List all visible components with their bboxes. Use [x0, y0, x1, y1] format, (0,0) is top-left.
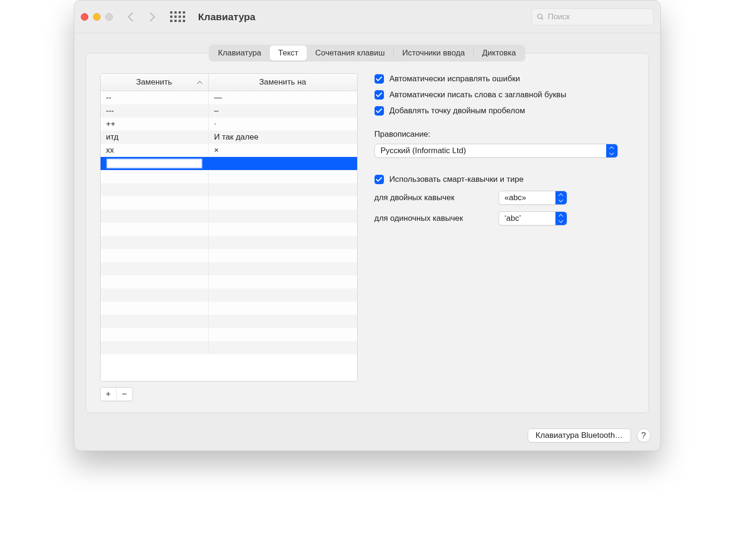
back-button[interactable] [126, 9, 139, 25]
table-row-empty [101, 196, 357, 210]
window-title: Клавиатура [198, 11, 256, 23]
text-panel: Заменить Заменить на -- — --- [86, 53, 649, 413]
replacements-column: Заменить Заменить на -- — --- [100, 73, 358, 401]
spelling-label: Правописание: [375, 130, 634, 139]
table-row-empty [101, 288, 357, 302]
smart-quotes-checkbox[interactable] [375, 175, 384, 184]
table-row-empty [101, 249, 357, 262]
double-quotes-select[interactable]: «abc» [499, 191, 567, 205]
table-row-empty [101, 262, 357, 275]
window-traffic-lights [81, 13, 113, 21]
table-body[interactable]: -- — --- – ++ · итд И та [101, 91, 357, 381]
zoom-window-button[interactable] [105, 13, 113, 21]
toolbar: Клавиатура [74, 0, 660, 33]
tab-dictation[interactable]: Диктовка [474, 46, 524, 61]
close-window-button[interactable] [81, 13, 88, 21]
single-quotes-value: ‘abc’ [505, 214, 521, 223]
remove-button[interactable]: − [117, 388, 133, 401]
table-row[interactable]: -- — [101, 91, 357, 104]
svg-point-0 [538, 14, 542, 18]
table-row-empty [101, 302, 357, 315]
table-row-empty [101, 341, 357, 354]
tab-keyboard[interactable]: Клавиатура [210, 46, 270, 61]
forward-button[interactable] [144, 9, 157, 25]
add-button[interactable]: + [101, 388, 117, 401]
checkmark-icon [376, 177, 382, 182]
double-space-period-label: Добавлять точку двойным пробелом [390, 106, 525, 116]
stepper-icon [606, 144, 617, 157]
content-area: Клавиатура Текст Сочетания клавиш Источн… [74, 33, 660, 420]
replace-edit-input[interactable] [106, 158, 203, 169]
column-with[interactable]: Заменить на [209, 74, 357, 91]
table-row-empty [101, 210, 357, 223]
single-quotes-label: для одиночных кавычек [375, 214, 492, 223]
replacements-table: Заменить Заменить на -- — --- [100, 73, 358, 381]
checkmark-icon [376, 77, 382, 82]
show-all-prefs-icon[interactable] [170, 11, 185, 22]
table-row-empty [101, 183, 357, 196]
single-quotes-select[interactable]: ‘abc’ [499, 211, 567, 226]
autocorrect-label: Автоматически исправлять ошибки [390, 74, 520, 84]
autocapitalize-checkbox[interactable] [375, 90, 384, 100]
column-replace[interactable]: Заменить [101, 74, 209, 91]
svg-line-1 [541, 18, 543, 19]
tab-text[interactable]: Текст [270, 46, 307, 61]
tab-shortcuts[interactable]: Сочетания клавиш [307, 46, 393, 61]
sort-indicator-icon [197, 81, 202, 86]
footer-bar: Клавиатура Bluetooth… ? [74, 420, 660, 451]
table-row-empty [101, 223, 357, 236]
table-row-empty [101, 275, 357, 288]
smart-quotes-label: Использовать смарт-кавычки и тире [390, 175, 524, 184]
table-row[interactable]: --- – [101, 104, 357, 117]
preferences-window: Клавиатура Клавиатура Текст Сочетания кл… [74, 0, 661, 451]
table-header: Заменить Заменить на [101, 74, 357, 91]
options-column: Автоматически исправлять ошибки Автомати… [375, 73, 634, 401]
help-button[interactable]: ? [637, 428, 651, 443]
search-input[interactable] [548, 12, 648, 22]
stepper-icon [555, 212, 567, 225]
autocapitalize-label: Автоматически писать слова с заглавной б… [390, 90, 567, 100]
table-row[interactable]: итд И так далее [101, 131, 357, 144]
table-row-empty [101, 328, 357, 341]
tab-input-sources[interactable]: Источники ввода [394, 46, 473, 61]
table-row[interactable]: xx × [101, 144, 357, 157]
checkmark-icon [376, 109, 382, 114]
table-row-empty [101, 170, 357, 183]
bluetooth-keyboard-button[interactable]: Клавиатура Bluetooth… [528, 428, 631, 443]
checkmark-icon [376, 93, 382, 98]
spelling-select[interactable]: Русский (Informatic Ltd) [375, 144, 618, 158]
double-quotes-label: для двойных кавычек [375, 193, 492, 202]
table-row[interactable]: ++ · [101, 117, 357, 131]
table-row-empty [101, 315, 357, 328]
autocorrect-checkbox[interactable] [375, 74, 384, 84]
double-quotes-value: «abc» [505, 193, 526, 202]
double-space-period-checkbox[interactable] [375, 106, 384, 116]
table-row-empty [101, 236, 357, 249]
minimize-window-button[interactable] [93, 13, 101, 21]
spelling-value: Русский (Informatic Ltd) [381, 146, 466, 156]
search-field[interactable] [531, 8, 654, 25]
search-icon [537, 13, 544, 21]
tab-bar: Клавиатура Текст Сочетания клавиш Источн… [209, 45, 525, 62]
table-row-editing[interactable] [101, 157, 357, 170]
stepper-icon [555, 191, 567, 204]
add-remove-control: + − [100, 387, 133, 401]
